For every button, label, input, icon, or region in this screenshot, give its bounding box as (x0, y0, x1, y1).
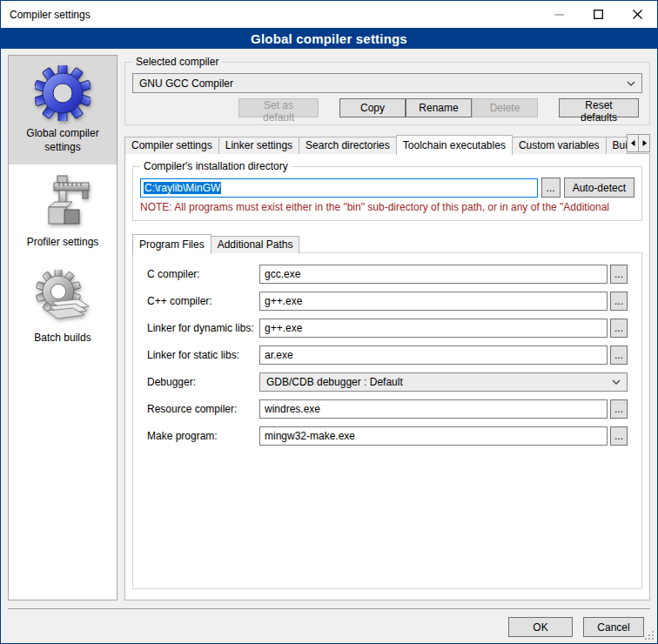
selected-compiler-value: GNU GCC Compiler (139, 77, 627, 90)
arrow-right-icon (641, 139, 648, 147)
make-program-input[interactable] (259, 426, 608, 446)
compiler-buttons-row: Set as default Copy Rename Delete Reset … (132, 98, 642, 117)
install-dir-input[interactable]: C:\raylib\MinGW (140, 178, 538, 198)
bin-subdirectory-note: NOTE: All programs must exist either in … (140, 201, 634, 213)
linker-dynamic-browse-button[interactable]: ... (610, 319, 628, 338)
title-bar: Compiler settings (1, 1, 657, 28)
banner-title: Global compiler settings (251, 31, 407, 46)
tab-search-directories[interactable]: Search directories (299, 137, 397, 154)
tab-linker-settings[interactable]: Linker settings (218, 137, 299, 154)
field-label: Linker for dynamic libs: (147, 322, 259, 334)
cpp-compiler-browse-button[interactable]: ... (610, 292, 628, 311)
blue-gear-icon (35, 65, 91, 121)
installation-directory-group: Compiler's installation directory C:\ray… (132, 166, 642, 221)
delete-button[interactable]: Delete (472, 98, 538, 117)
selected-compiler-select[interactable]: GNU GCC Compiler (132, 73, 642, 93)
cancel-button[interactable]: Cancel (583, 617, 644, 637)
minimize-icon (554, 10, 564, 19)
auto-detect-button[interactable]: Auto-detect (564, 178, 634, 198)
resize-grip[interactable] (652, 638, 654, 640)
field-label: Linker for static libs: (147, 349, 259, 361)
field-label: C compiler: (147, 268, 259, 280)
program-files-tabs: Program Files Additional Paths (132, 233, 642, 253)
tab-compiler-settings[interactable]: Compiler settings (124, 137, 219, 154)
group-label: Selected compiler (132, 56, 222, 68)
c-compiler-input[interactable] (259, 265, 608, 284)
form-row-debugger: Debugger: GDB/CDB debugger : Default (147, 372, 628, 392)
form-row-resource-compiler: Resource compiler: ... (147, 399, 628, 419)
linker-dynamic-input[interactable] (259, 319, 608, 338)
make-program-browse-button[interactable]: ... (610, 426, 628, 446)
settings-sidebar: Global compiler settings (8, 55, 118, 600)
main-panel: Selected compiler GNU GCC Compiler Set a… (124, 55, 650, 600)
copy-button[interactable]: Copy (339, 98, 406, 117)
tab-build-options[interactable]: Build options (606, 137, 628, 154)
chevron-down-icon (627, 81, 635, 86)
window-controls (540, 1, 657, 28)
group-label: Compiler's installation directory (140, 160, 292, 172)
form-row-make-program: Make program: ... (147, 426, 628, 446)
reset-defaults-button[interactable]: Reset defaults (559, 98, 639, 117)
compiler-tabs: Compiler settings Linker settings Search… (124, 134, 650, 154)
selected-compiler-group: Selected compiler GNU GCC Compiler Set a… (124, 62, 650, 125)
close-button[interactable] (618, 1, 657, 28)
form-row-linker-dynamic: Linker for dynamic libs: ... (147, 319, 628, 338)
form-row-linker-static: Linker for static libs: ... (147, 345, 628, 365)
debugger-value: GDB/CDB debugger : Default (266, 376, 612, 388)
toolchain-executables-panel: Compiler's installation directory C:\ray… (124, 153, 650, 600)
dialog-banner: Global compiler settings (1, 28, 657, 49)
sidebar-item-global-compiler-settings[interactable]: Global compiler settings (9, 56, 117, 164)
set-as-default-button[interactable]: Set as default (238, 98, 319, 117)
tab-program-files[interactable]: Program Files (132, 234, 212, 254)
tab-additional-paths[interactable]: Additional Paths (211, 236, 300, 253)
chevron-down-icon (612, 379, 621, 385)
tab-toolchain-executables[interactable]: Toolchain executables (396, 135, 513, 155)
resource-compiler-input[interactable] (259, 399, 608, 419)
compiler-settings-dialog: Compiler settings Global compiler settin… (0, 0, 658, 644)
minimize-button[interactable] (540, 1, 579, 28)
sidebar-item-label: Global compiler settings (12, 127, 113, 154)
field-label: Resource compiler: (147, 403, 259, 415)
resource-compiler-browse-button[interactable]: ... (610, 399, 628, 419)
tab-scroll-left-button[interactable] (627, 134, 639, 152)
arrow-left-icon (629, 139, 637, 147)
linker-static-browse-button[interactable]: ... (610, 345, 628, 365)
sidebar-item-label: Profiler settings (27, 236, 99, 250)
cpp-compiler-input[interactable] (259, 292, 608, 311)
maximize-icon (594, 10, 603, 19)
dialog-body: Global compiler settings (1, 49, 657, 643)
field-label: C++ compiler: (147, 295, 259, 307)
program-files-panel: C compiler: ... C++ compiler: ... Linker… (132, 252, 642, 589)
rename-button[interactable]: Rename (406, 98, 472, 117)
field-label: Make program: (147, 430, 259, 442)
gray-gear-icon (35, 270, 91, 325)
tab-custom-variables[interactable]: Custom variables (512, 137, 607, 154)
linker-static-input[interactable] (259, 345, 608, 365)
ok-button[interactable]: OK (508, 617, 573, 637)
sidebar-item-label: Batch builds (34, 332, 91, 345)
tab-scroll-arrows (627, 134, 650, 152)
tab-scroll-right-button[interactable] (638, 134, 650, 152)
c-compiler-browse-button[interactable]: ... (610, 265, 628, 284)
install-dir-value: C:\raylib\MinGW (144, 182, 221, 194)
sidebar-item-batch-builds[interactable]: Batch builds (9, 260, 117, 356)
window-title: Compiler settings (1, 9, 91, 21)
close-icon (633, 10, 642, 19)
maximize-button[interactable] (579, 1, 618, 28)
caliper-icon (35, 174, 91, 230)
form-row-cpp-compiler: C++ compiler: ... (147, 292, 628, 311)
field-label: Debugger: (147, 376, 259, 388)
install-dir-browse-button[interactable]: ... (541, 178, 561, 198)
sidebar-item-profiler-settings[interactable]: Profiler settings (9, 164, 117, 260)
form-row-c-compiler: C compiler: ... (147, 265, 628, 284)
debugger-select[interactable]: GDB/CDB debugger : Default (259, 372, 628, 392)
dialog-footer: OK Cancel (8, 608, 650, 637)
